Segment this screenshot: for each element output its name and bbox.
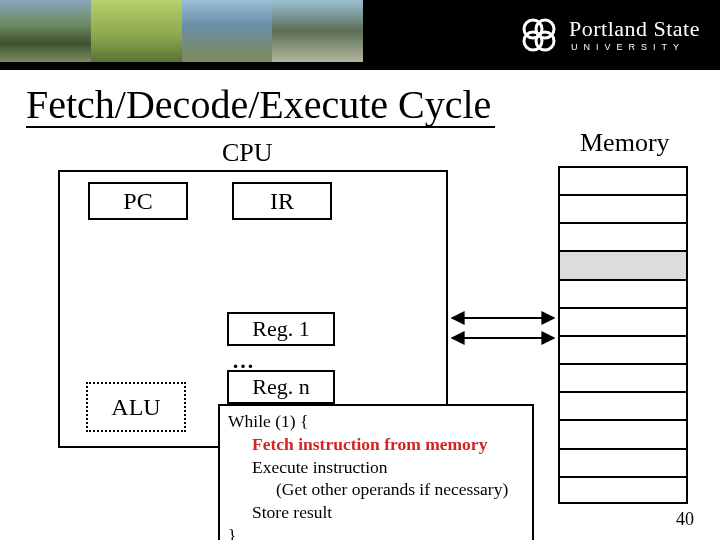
- code-line: Execute instruction: [228, 456, 524, 479]
- memory-row-highlighted: [560, 252, 686, 280]
- ir-register: IR: [232, 182, 332, 220]
- code-line: (Get other operands if necessary): [228, 478, 524, 501]
- university-name: Portland State: [569, 18, 700, 40]
- slide-number: 40: [676, 509, 694, 530]
- memory-label: Memory: [580, 128, 670, 158]
- svg-point-3: [536, 32, 554, 50]
- memory-box: [558, 166, 688, 504]
- pc-register: PC: [88, 182, 188, 220]
- code-line-fetch: Fetch instruction from memory: [228, 433, 524, 456]
- cpu-label: CPU: [222, 138, 273, 168]
- university-subline: UNIVERSITY: [569, 43, 700, 52]
- banner-photo-strip: [0, 0, 363, 70]
- code-line: Store result: [228, 501, 524, 524]
- slide-title: Fetch/Decode/Execute Cycle: [26, 84, 495, 128]
- header-banner: Portland State UNIVERSITY: [0, 0, 720, 70]
- university-logo: Portland State UNIVERSITY: [519, 8, 700, 62]
- code-line: }: [228, 524, 524, 540]
- interlock-icon: [519, 15, 559, 55]
- alu-box: ALU: [86, 382, 186, 432]
- register-n: Reg. n: [227, 370, 335, 404]
- code-line: While (1) {: [228, 410, 524, 433]
- pseudocode-box: While (1) { Fetch instruction from memor…: [218, 404, 534, 540]
- register-1: Reg. 1: [227, 312, 335, 346]
